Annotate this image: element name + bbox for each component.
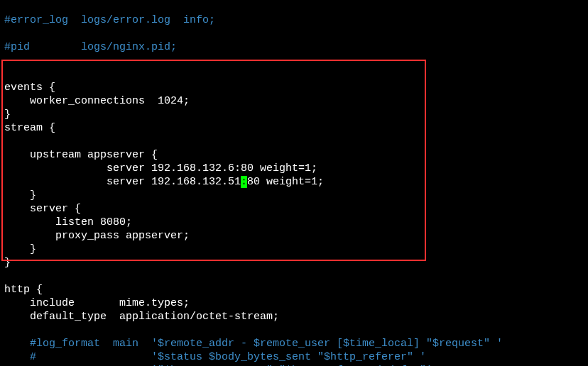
comment-line: #error_log logs/error.log info; [4, 14, 215, 26]
code-line: } [4, 257, 11, 269]
code-line: proxy_pass appserver; [4, 230, 190, 242]
code-line: } [4, 109, 11, 121]
comment-line: #log_format main '$remote_addr - $remote… [4, 338, 503, 350]
code-line: worker_connections 1024; [4, 95, 190, 107]
code-line: upstream appserver { [4, 149, 158, 161]
code-text: 80 weight=1; [247, 176, 324, 188]
code-line: server { [4, 203, 81, 215]
code-text: server 192.168.132.51 [4, 176, 241, 188]
comment-line: #pid logs/nginx.pid; [4, 41, 177, 53]
code-line: include mime.types; [4, 297, 190, 309]
comment-line: # '$status $body_bytes_sent "$http_refer… [4, 351, 426, 363]
code-line: events { [4, 82, 55, 94]
code-line: } [4, 189, 36, 201]
code-line: http { [4, 284, 43, 296]
code-line: listen 8080; [4, 216, 132, 228]
code-line: } [4, 243, 36, 255]
code-line: server 192.168.132.51:80 weight=1; [4, 176, 324, 188]
code-line: server 192.168.132.6:80 weight=1; [4, 162, 317, 174]
text-cursor: : [241, 176, 247, 188]
code-line: stream { [4, 122, 55, 134]
code-line: default_type application/octet-stream; [4, 311, 279, 323]
code-editor[interactable]: #error_log logs/error.log info; #pid log… [0, 0, 588, 366]
